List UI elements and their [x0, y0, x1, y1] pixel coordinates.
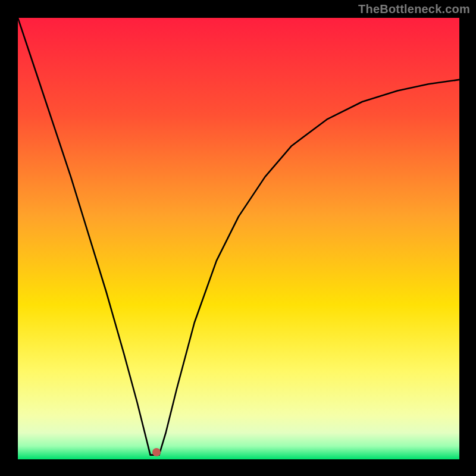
curve-path: [18, 18, 459, 455]
chart-stage: TheBottleneck.com: [0, 0, 476, 476]
optimal-point-icon: [152, 448, 161, 456]
plot-area: [18, 18, 459, 459]
bottleneck-curve: [18, 18, 459, 459]
watermark-label: TheBottleneck.com: [358, 2, 470, 16]
